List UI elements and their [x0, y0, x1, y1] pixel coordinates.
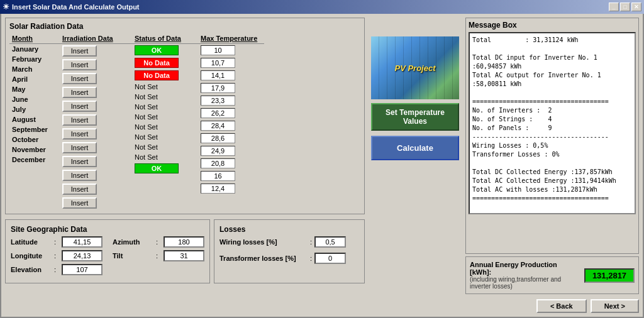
- set-temperature-button[interactable]: Set Temperature Values: [371, 103, 459, 131]
- insert-button-february[interactable]: Insert: [62, 59, 97, 70]
- status-cell-april: Not Set: [132, 82, 198, 92]
- message-box-title: Message Box: [469, 21, 636, 30]
- status-cell-july: Not Set: [132, 112, 198, 122]
- temp-input-december[interactable]: [201, 184, 235, 194]
- azimuth-label: Azimuth: [113, 238, 153, 246]
- transformer-losses-label: Transformer losses [%]: [219, 255, 308, 262]
- minimize-button[interactable]: _: [609, 3, 619, 11]
- temp-input-may[interactable]: [201, 96, 235, 106]
- temp-cell-march: [198, 69, 264, 82]
- month-cell-april: April: [9, 74, 60, 84]
- azimuth-input[interactable]: [164, 236, 204, 248]
- annual-energy-section: Annual Energy Production [kWh]: (includi…: [465, 256, 639, 294]
- maximize-button[interactable]: □: [620, 3, 630, 11]
- temp-input-july[interactable]: [201, 121, 235, 131]
- message-box-textarea[interactable]: [469, 32, 636, 214]
- title-bar: ☀ Insert Solar Data And Calculate Output…: [0, 0, 644, 14]
- title-bar-icon: ☀: [3, 3, 9, 11]
- bottom-buttons: < Back Next >: [465, 299, 639, 313]
- status-ok-december: OK: [135, 163, 179, 173]
- status-cell-march: No Data: [132, 69, 198, 82]
- temp-input-november[interactable]: [201, 171, 235, 181]
- status-notset-june: Not Set: [135, 103, 158, 111]
- status-cell-october: Not Set: [132, 142, 198, 152]
- next-button[interactable]: Next >: [591, 299, 639, 313]
- status-cell-february: No Data: [132, 57, 198, 69]
- insert-button-december[interactable]: Insert: [62, 197, 97, 209]
- temp-cell-november: [198, 170, 264, 182]
- status-nodata-february: No Data: [135, 58, 179, 68]
- month-cell-may: May: [9, 84, 60, 94]
- status-notset-july: Not Set: [135, 113, 158, 121]
- calculate-button[interactable]: Calculate: [371, 136, 459, 160]
- status-cell-november: Not Set: [132, 152, 198, 162]
- temp-input-february[interactable]: [201, 58, 235, 68]
- insert-button-july[interactable]: Insert: [62, 128, 97, 140]
- temp-input-june[interactable]: [201, 108, 235, 118]
- pv-image: PV Project: [371, 36, 459, 99]
- temp-cell-august: [198, 132, 264, 145]
- month-cell-september: September: [9, 124, 60, 134]
- wiring-losses-input[interactable]: [314, 236, 346, 248]
- status-cell-january: OK: [132, 44, 198, 57]
- temp-input-august[interactable]: [201, 133, 235, 143]
- latitude-label: Latitude: [11, 238, 52, 246]
- col-header-status: Status of Data: [132, 33, 198, 44]
- insert-button-april[interactable]: Insert: [62, 87, 97, 98]
- temp-cell-may: [198, 94, 264, 107]
- title-bar-title: Insert Solar Data And Calculate Output: [12, 3, 140, 11]
- wiring-losses-row: Wiring losses [%] :: [219, 236, 359, 248]
- close-button[interactable]: ✕: [631, 3, 641, 11]
- back-button[interactable]: < Back: [536, 299, 587, 313]
- longitude-label: Longitute: [11, 252, 52, 260]
- temp-cell-february: [198, 57, 264, 69]
- solar-radiation-box: Solar Radiation Data Month JanuaryFebrua…: [5, 18, 365, 214]
- losses-title: Losses: [219, 225, 359, 234]
- irradiation-cell-november: Insert: [60, 182, 132, 196]
- insert-button-october[interactable]: Insert: [62, 170, 97, 181]
- temp-cell-september: [198, 145, 264, 157]
- elevation-input[interactable]: [62, 264, 103, 275]
- irradiation-cell-march: Insert: [60, 72, 132, 85]
- col-header-maxtemp: Max Temperature: [198, 33, 264, 44]
- annual-energy-label: Annual Energy Production [kWh]:: [470, 261, 579, 276]
- longitude-input[interactable]: [62, 250, 103, 261]
- main-window: Solar Radiation Data Month JanuaryFebrua…: [0, 14, 644, 318]
- site-geographic-box: Site Geographic Data Latitude : Longitut…: [5, 219, 210, 283]
- status-cell-june: Not Set: [132, 102, 198, 112]
- insert-button-november[interactable]: Insert: [62, 184, 97, 195]
- latitude-row: Latitude :: [11, 236, 103, 248]
- temp-input-march[interactable]: [201, 70, 235, 80]
- site-geo-title: Site Geographic Data: [11, 225, 204, 234]
- status-nodata-march: No Data: [135, 70, 179, 80]
- transformer-losses-row: Transformer losses [%] :: [219, 253, 359, 264]
- left-panel: Solar Radiation Data Month JanuaryFebrua…: [5, 18, 365, 313]
- insert-button-march[interactable]: Insert: [62, 73, 97, 84]
- insert-button-january[interactable]: Insert: [62, 45, 97, 57]
- irradiation-cell-june: Insert: [60, 113, 132, 127]
- elevation-label: Elevation: [11, 266, 52, 273]
- losses-box: Losses Wiring losses [%] : Transformer l…: [214, 219, 365, 283]
- status-notset-october: Not Set: [135, 143, 158, 151]
- insert-button-june[interactable]: Insert: [62, 114, 97, 126]
- temp-input-january[interactable]: [201, 45, 235, 55]
- month-cell-june: June: [9, 94, 60, 104]
- tilt-label: Tilt: [113, 252, 153, 260]
- right-panel: Message Box Annual Energy Production [kW…: [465, 18, 639, 313]
- temp-input-october[interactable]: [201, 158, 235, 168]
- insert-button-may[interactable]: Insert: [62, 101, 97, 112]
- month-cell-february: February: [9, 54, 60, 64]
- temp-cell-january: [198, 44, 264, 57]
- tilt-input[interactable]: [164, 250, 204, 261]
- temp-input-september[interactable]: [201, 146, 235, 156]
- month-cell-july: July: [9, 104, 60, 114]
- temp-input-april[interactable]: [201, 83, 235, 93]
- insert-button-august[interactable]: Insert: [62, 142, 97, 153]
- transformer-losses-input[interactable]: [314, 253, 346, 264]
- latitude-input[interactable]: [62, 236, 103, 248]
- wiring-losses-label: Wiring losses [%]: [219, 238, 308, 246]
- status-cell-september: Not Set: [132, 132, 198, 142]
- month-cell-august: August: [9, 114, 60, 124]
- message-box-section: Message Box: [465, 18, 639, 254]
- insert-button-september[interactable]: Insert: [62, 156, 97, 167]
